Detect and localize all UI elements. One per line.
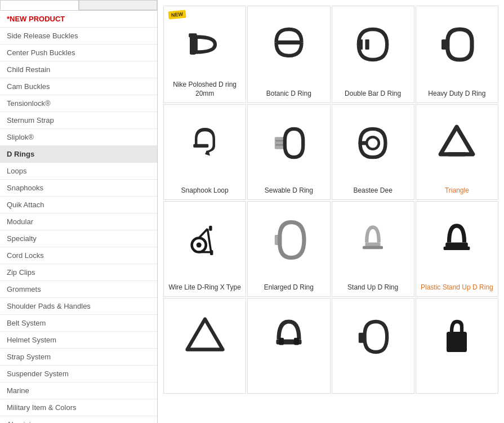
sidebar-item-new-product[interactable]: *NEW PRODUCT [0,11,157,28]
sidebar-link-aluminium[interactable]: Aluminium [0,416,157,423]
product-name-beastee-dee: Beastee Dee [353,186,392,195]
product-cell-wire-lite[interactable]: Wire Lite D-Ring X Type [163,201,246,297]
sidebar-link-military-item[interactable]: Military Item & Colors [0,399,157,416]
sidebar-link-cord-locks[interactable]: Cord Locks [0,247,157,264]
product-image-d-ring-dark [337,303,409,371]
sidebar-tab-bar [0,0,157,11]
svg-rect-6 [193,144,208,148]
sidebar-item-grommets[interactable]: Grommets [0,281,157,298]
product-name-stand-up-d-ring: Stand Up D Ring [347,283,398,292]
sidebar-item-specialty[interactable]: Specialty [0,230,157,247]
product-name-plastic-stand-up: Plastic Stand Up D Ring [421,283,493,292]
product-image-nike-poloshed: NEW [168,11,241,78]
sidebar-item-tensionlock[interactable]: Tensionlock® [0,95,157,112]
sidebar-item-aluminium[interactable]: Aluminium [0,416,157,423]
svg-rect-25 [444,247,470,250]
product-image-snaphook-loop [168,109,241,177]
sidebar-item-sliplok[interactable]: Sliplok® [0,129,157,146]
svg-rect-29 [294,338,299,345]
sidebar-link-quik-attach[interactable]: Quik Attach [0,197,157,213]
sidebar-link-helmet-system[interactable]: Helmet System [0,332,157,348]
product-image-heavy-duty-d-ring [421,11,493,78]
product-cell-plastic-stand-up[interactable]: Plastic Stand Up D Ring [416,201,498,297]
sidebar-item-cord-locks[interactable]: Cord Locks [0,247,157,264]
product-cell-heavy-duty-d-ring[interactable]: Heavy Duty D Ring [416,6,498,103]
sidebar-item-d-rings[interactable]: D Rings [0,146,157,163]
svg-line-16 [199,229,207,238]
main-content: NEW Nike Poloshed D ring 20mm Botanic D … [158,0,504,423]
sidebar-link-snaphooks[interactable]: Snaphooks [0,180,157,196]
product-image-sewable-d-ring [252,109,325,177]
product-cell-d-ring-handle[interactable] [247,298,330,394]
product-cell-nike-poloshed[interactable]: NEW Nike Poloshed D ring 20mm [163,6,246,103]
product-name-heavy-duty-d-ring: Heavy Duty D Ring [428,90,485,99]
sidebar-item-military-item[interactable]: Military Item & Colors [0,399,157,416]
svg-rect-11 [359,141,367,145]
product-cell-beastee-dee[interactable]: Beastee Dee [332,104,414,200]
sidebar-link-suspender-system[interactable]: Suspender System [0,366,157,382]
product-cell-stand-up-d-ring[interactable]: Stand Up D Ring [332,201,414,297]
svg-rect-31 [447,332,467,352]
product-cell-hook-box[interactable] [416,298,498,394]
product-image-triangle [421,109,493,177]
sidebar-item-belt-system[interactable]: Belt System [0,315,157,332]
sidebar-item-suspender-system[interactable]: Suspender System [0,366,157,382]
sidebar-item-helmet-system[interactable]: Helmet System [0,332,157,349]
sidebar-link-zip-clips[interactable]: Zip Clips [0,264,157,280]
sidebar-item-zip-clips[interactable]: Zip Clips [0,264,157,281]
product-name-sewable-d-ring: Sewable D Ring [265,186,313,195]
product-name-nike-poloshed: Nike Poloshed D ring 20mm [168,81,241,98]
svg-rect-20 [210,250,213,255]
sidebar-link-loops[interactable]: Loops [0,163,157,179]
sidebar-link-sternum-strap[interactable]: Sternum Strap [0,112,157,128]
product-name-triangle: Triangle [445,186,469,195]
sidebar-link-specialty[interactable]: Specialty [0,230,157,247]
tab-backpack[interactable] [0,0,79,10]
sidebar-item-quik-attach[interactable]: Quik Attach [0,197,157,213]
product-image-triangle-open [168,303,241,371]
svg-rect-23 [363,246,383,249]
sidebar-link-strap-system[interactable]: Strap System [0,349,157,365]
svg-rect-1 [189,33,197,37]
sidebar-link-marine[interactable]: Marine [0,382,157,399]
sidebar-item-shoulder-pads[interactable]: Shoulder Pads & Handles [0,298,157,315]
sidebar-item-child-restain[interactable]: Child Restain [0,61,157,78]
sidebar-link-grommets[interactable]: Grommets [0,281,157,297]
sidebar-item-strap-system[interactable]: Strap System [0,349,157,366]
product-image-plastic-stand-up [421,206,493,274]
product-cell-sewable-d-ring[interactable]: Sewable D Ring [247,104,330,200]
svg-line-18 [207,229,211,252]
sidebar-link-shoulder-pads[interactable]: Shoulder Pads & Handles [0,298,157,314]
product-cell-botanic-d-ring[interactable]: Botanic D Ring [247,6,330,103]
product-name-enlarged-d-ring: Enlarged D Ring [264,283,314,292]
svg-rect-4 [365,39,369,50]
sidebar-link-sliplok[interactable]: Sliplok® [0,129,157,145]
sidebar-link-tensionlock[interactable]: Tensionlock® [0,95,157,112]
sidebar-item-side-release[interactable]: Side Release Buckles [0,28,157,44]
sidebar-item-snaphooks[interactable]: Snaphooks [0,180,157,197]
sidebar-link-cam-buckles[interactable]: Cam Buckles [0,78,157,95]
product-image-double-bar-d-ring [337,11,409,78]
product-cell-triangle[interactable]: Triangle [416,104,498,200]
svg-rect-28 [279,338,284,345]
sidebar-item-center-push[interactable]: Center Push Buckles [0,44,157,61]
sidebar-item-loops[interactable]: Loops [0,163,157,180]
sidebar-link-child-restain[interactable]: Child Restain [0,61,157,78]
sidebar-item-sternum-strap[interactable]: Sternum Strap [0,112,157,129]
product-cell-double-bar-d-ring[interactable]: Double Bar D Ring [332,6,414,103]
sidebar-link-modular[interactable]: Modular [0,213,157,230]
product-image-botanic-d-ring [252,11,325,78]
tab-apparel[interactable] [79,0,158,10]
product-cell-d-ring-dark[interactable] [332,298,414,394]
product-cell-snaphook-loop[interactable]: Snaphook Loop [163,104,246,200]
sidebar-link-new-product[interactable]: *NEW PRODUCT [0,11,157,27]
sidebar-link-belt-system[interactable]: Belt System [0,315,157,331]
product-cell-enlarged-d-ring[interactable]: Enlarged D Ring [247,201,330,297]
sidebar-link-center-push[interactable]: Center Push Buckles [0,44,157,61]
sidebar-item-marine[interactable]: Marine [0,382,157,399]
sidebar-item-cam-buckles[interactable]: Cam Buckles [0,78,157,95]
sidebar-link-d-rings[interactable]: D Rings [0,146,157,162]
product-cell-triangle-open[interactable] [163,298,246,394]
sidebar-link-side-release[interactable]: Side Release Buckles [0,28,157,44]
sidebar-item-modular[interactable]: Modular [0,213,157,230]
